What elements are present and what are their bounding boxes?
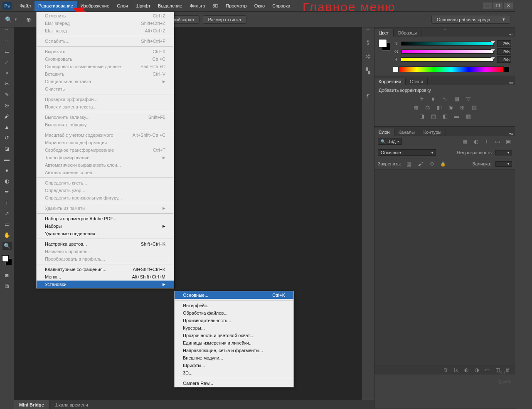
opacity-field[interactable]: ▾ [495,150,512,155]
tab-styles[interactable]: Стили [406,78,428,85]
mixer-icon[interactable]: ⊞ [459,104,466,111]
photo-filter-icon[interactable]: ◉ [447,104,455,111]
invert-icon[interactable]: ◨ [418,113,426,119]
b-value[interactable] [497,56,511,63]
layer-mask-icon[interactable]: ◐ [463,367,470,373]
stamp-tool-icon[interactable]: ▲ [2,123,12,131]
minimize-button[interactable]: — [483,2,492,9]
menu-item[interactable]: Меню...Alt+Shift+Ctrl+M [37,273,174,281]
vibrance-icon[interactable]: ▽ [465,95,472,102]
lookup-icon[interactable]: ▥ [470,104,478,111]
menu-item[interactable]: Настройка цветов...Shift+Ctrl+K [37,240,174,248]
levels-icon[interactable]: ⧯ [430,95,437,102]
menu-item[interactable]: Единицы измерения и линейки... [175,339,293,347]
new-group-icon[interactable]: ▭ [484,367,490,373]
menu-изображение[interactable]: Изображение [77,1,113,11]
menu-item[interactable]: Клавиатурные сокращения...Alt+Shift+Ctrl… [37,266,174,273]
balance-icon[interactable]: ⚖ [424,104,431,111]
menu-фильтр[interactable]: Фильтр [186,1,209,11]
shape-tool-icon[interactable]: ▭ [2,220,12,228]
filter-type-icon[interactable]: T [483,138,490,145]
selective-icon[interactable]: ▦ [465,113,472,119]
r-value[interactable] [497,40,511,47]
panel-menu-icon[interactable]: ▾≡ [509,32,515,37]
lock-trans-icon[interactable]: ▦ [405,160,413,167]
posterize-icon[interactable]: ▤ [430,113,437,119]
menu-item[interactable]: Основные...Ctrl+K [175,291,293,299]
g-slider[interactable] [401,49,494,54]
menu-item[interactable]: Интерфейс... [175,302,293,309]
bw-icon[interactable]: ◧ [436,104,443,111]
close-button[interactable]: ✕ [504,2,513,9]
menu-3d[interactable]: 3D [209,1,222,11]
r-slider[interactable] [401,42,494,46]
panel-menu-icon[interactable]: ▾≡ [509,81,515,85]
crop-tool-icon[interactable]: ✂ [2,80,12,88]
menu-шрифт[interactable]: Шрифт [132,1,154,11]
brightness-icon[interactable]: ☀ [418,95,426,102]
history-brush-icon[interactable]: ↺ [2,134,12,142]
menu-слои[interactable]: Слои [113,1,132,11]
b-slider[interactable] [401,57,494,62]
threshold-icon[interactable]: ◧ [441,113,449,119]
layer-fx-icon[interactable]: fx [453,367,459,373]
move-tool-icon[interactable]: ↔ [2,37,12,44]
eyedropper-tool-icon[interactable]: ✎ [2,91,12,99]
g-value[interactable] [497,48,511,55]
zoom-in-icon[interactable]: ⊕ [26,16,31,23]
wand-tool-icon[interactable]: ✧ [2,69,12,77]
zoom-tool-icon[interactable]: 🔍 [5,16,12,23]
actions-panel-icon[interactable]: ✲ [364,52,372,61]
eraser-tool-icon[interactable]: ◪ [2,145,12,153]
lock-all-icon[interactable]: 🔒 [440,161,446,167]
menu-item[interactable]: Установки▶ [37,281,174,288]
hand-tool-icon[interactable]: ✋ [2,231,12,239]
new-fill-icon[interactable]: ◑ [473,367,480,373]
menu-справка[interactable]: Справка [268,1,294,11]
filter-shape-icon[interactable]: ▭ [494,138,501,145]
heal-tool-icon[interactable]: ⊛ [2,101,12,109]
menu-файл[interactable]: Файл [16,1,34,11]
color-swatch-pair[interactable] [379,39,390,51]
maximize-button[interactable]: ❐ [493,2,502,9]
curves-icon[interactable]: ∿ [441,95,449,102]
hue-icon[interactable]: ▦ [412,104,420,111]
menu-просмотр[interactable]: Просмотр [222,1,250,11]
menu-item[interactable]: Шрифты... [175,362,293,369]
history-panel-icon[interactable]: § [364,38,372,47]
quickmask-icon[interactable]: ◙ [2,271,12,279]
tab-paths[interactable]: Контуры [419,128,446,136]
menu-item[interactable]: Курсоры... [175,324,293,332]
menu-item[interactable]: Наборы параметров Adobe PDF... [37,215,174,222]
tab-adjustments[interactable]: Коррекция [374,78,406,85]
lock-pixel-icon[interactable]: 🖌 [417,160,424,167]
lock-pos-icon[interactable]: ✥ [429,160,436,167]
filter-pixel-icon[interactable]: ▦ [461,138,469,145]
menu-item[interactable]: Удаленные соединения... [37,230,174,237]
menu-item[interactable]: Обработка файлов... [175,309,293,317]
filter-adj-icon[interactable]: ◐ [472,138,480,145]
panel-menu-icon[interactable]: ▾≡ [509,132,515,136]
lasso-tool-icon[interactable]: ⟋ [2,58,12,66]
menu-item[interactable]: Camera Raw... [175,379,293,387]
tab-layers[interactable]: Слои [374,128,394,136]
tab-mini-bridge[interactable]: Mini Bridge [14,400,49,409]
screenmode-icon[interactable]: ⧉ [2,282,12,290]
marquee-tool-icon[interactable]: ▭ [2,47,12,55]
fill-field[interactable]: ▾ [495,161,512,167]
panel-grip[interactable]: •• [0,27,14,32]
foreground-background-swatch[interactable] [2,255,12,265]
workspace-selector[interactable]: Основная рабочая среда▾ [431,15,510,24]
properties-panel-icon[interactable]: ▚ [364,67,372,75]
pen-tool-icon[interactable]: ✒ [2,188,12,196]
exposure-icon[interactable]: ▤ [453,95,461,102]
path-tool-icon[interactable]: ↗ [2,209,12,217]
menu-редактирование[interactable]: Редактирование [34,1,77,11]
menu-item[interactable]: Производительность... [175,317,293,324]
menu-item[interactable]: Прозрачность и цветовой охват... [175,332,293,339]
spectrum-bar[interactable] [399,67,504,72]
filter-smart-icon[interactable]: ▣ [505,138,512,145]
type-tool-icon[interactable]: T [2,199,12,207]
tab-timeline[interactable]: Шкала времени [49,401,93,409]
dodge-tool-icon[interactable]: ◐ [2,177,12,185]
